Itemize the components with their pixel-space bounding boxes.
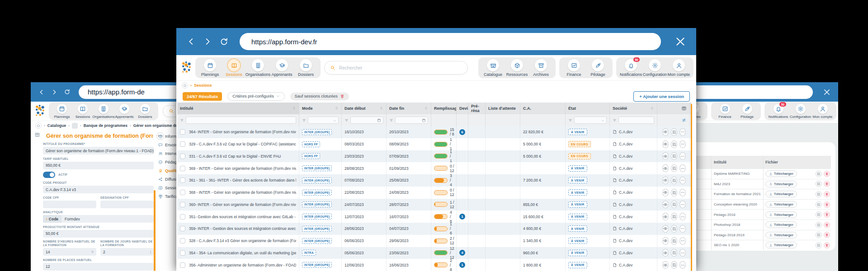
exclusion-filter-chip[interactable]: Sauf sessions cloturées (290, 93, 349, 100)
row-checkbox[interactable] (180, 178, 185, 183)
row-checkbox[interactable] (180, 154, 185, 159)
session-row[interactable]: 328 - C.A.dev F.3.14 v3 Gérer son organi… (177, 235, 692, 247)
edit-button[interactable] (816, 181, 822, 187)
row-checkbox[interactable] (180, 262, 185, 268)
nav-item-finance[interactable]: Finance (562, 59, 586, 77)
field-input[interactable]: 12 (43, 263, 154, 271)
column-header-3[interactable]: Date fin (387, 103, 431, 114)
row-menu-button[interactable] (679, 140, 686, 148)
field-input[interactable]: Gérer son organisme de formation (Form.d… (43, 147, 154, 154)
table-scrollbar[interactable] (691, 104, 692, 271)
row-checkbox[interactable] (180, 238, 185, 243)
devis-count-badge[interactable]: 6 (459, 129, 465, 135)
field-input[interactable]: 950,00 € (43, 162, 154, 169)
forward-button[interactable] (49, 87, 60, 98)
download-button[interactable]: Télécharger (765, 170, 797, 177)
row-menu-button[interactable] (679, 189, 686, 196)
row-checkbox[interactable] (180, 250, 185, 256)
field-input[interactable] (43, 201, 96, 208)
session-row[interactable]: 361 - 361 - 361- INTER - Gérer des actio… (177, 174, 692, 187)
home-icon[interactable] (35, 122, 42, 129)
session-row[interactable]: 364- INTER - Gérer son organisme de form… (177, 126, 692, 138)
sort-icon[interactable] (292, 106, 296, 110)
trash-icon[interactable] (340, 94, 344, 98)
row-checkbox[interactable] (180, 190, 185, 195)
edit-button[interactable] (816, 211, 822, 218)
forward-button[interactable] (201, 35, 214, 48)
column-header-9[interactable]: État (566, 103, 610, 114)
nav-item-organisations[interactable]: Organisations (246, 59, 270, 77)
filter-input[interactable] (618, 117, 654, 124)
column-header-4[interactable]: Remplissage (431, 103, 457, 114)
nav-item-ressources[interactable]: Ressources (505, 59, 529, 77)
nav-item-pilotage[interactable]: Pilotage (736, 104, 758, 119)
view-button[interactable] (662, 128, 669, 136)
analytique-input[interactable]: ›CodeFormdev (43, 215, 154, 223)
column-header-7[interactable]: Liste d'attente (486, 103, 520, 114)
filter-input[interactable] (186, 117, 296, 124)
back-button[interactable] (184, 35, 198, 48)
nav-item-apprenants[interactable]: Apprenants (114, 104, 135, 119)
refresh-button[interactable] (61, 87, 72, 98)
delete-button[interactable] (824, 222, 830, 228)
sort-icon[interactable] (379, 106, 383, 110)
row-checkbox[interactable] (180, 129, 185, 135)
edit-button[interactable] (816, 171, 822, 177)
session-row[interactable]: 329 - C.A.dev F.3.6 v2 Cap sur le Digita… (177, 138, 692, 150)
view-button[interactable] (662, 261, 669, 269)
nav-item-mon-compte[interactable]: Mon compte (811, 104, 834, 119)
column-header-1[interactable]: Mode (299, 103, 342, 114)
edit-button[interactable] (671, 201, 677, 208)
column-header-0[interactable]: Intitulé (177, 103, 299, 114)
delete-button[interactable] (824, 191, 830, 197)
row-menu-button[interactable] (679, 152, 686, 160)
row-checkbox[interactable] (180, 214, 185, 220)
row-menu-button[interactable] (679, 261, 686, 269)
session-row[interactable]: 356- Administrer un organisme de formati… (177, 259, 692, 271)
nav-item-plannings[interactable]: Plannings (52, 104, 72, 119)
nav-item-finance[interactable]: Finance (714, 104, 736, 119)
field-input[interactable]: 14h (43, 248, 96, 256)
nav-item-sessions[interactable]: Sessions (222, 59, 246, 77)
active-toggle[interactable]: ACTIF (43, 172, 154, 178)
field-input[interactable] (100, 201, 154, 208)
download-button[interactable]: Télécharger (765, 232, 797, 238)
edit-button[interactable] (671, 189, 677, 196)
row-menu-button[interactable] (679, 225, 686, 233)
view-button[interactable] (662, 201, 669, 208)
session-row[interactable]: 359- INTER - Gestion des sources et inté… (177, 223, 692, 235)
row-menu-button[interactable] (679, 164, 686, 172)
download-button[interactable]: Télécharger (765, 221, 797, 228)
field-input[interactable]: 2j (100, 248, 154, 256)
colpick-icon[interactable] (681, 106, 687, 111)
download-button[interactable]: Télécharger (765, 191, 797, 197)
delete-button[interactable] (824, 201, 830, 208)
view-button[interactable] (662, 164, 669, 172)
edit-button[interactable] (671, 237, 677, 245)
nav-item-configuration[interactable]: Configuration (789, 104, 811, 119)
column-header-8[interactable]: C.A. (520, 103, 566, 114)
view-button[interactable] (662, 140, 669, 148)
search-input[interactable]: Rechercher (324, 61, 468, 75)
row-checkbox[interactable] (180, 141, 185, 147)
edit-button[interactable] (816, 232, 822, 238)
nav-item-dossiers[interactable]: Dossiers (294, 59, 318, 77)
nav-item-catalogue[interactable]: Catalogue (481, 59, 505, 77)
edit-button[interactable] (671, 213, 677, 220)
nav-item-pilotage[interactable]: Pilotage (586, 59, 610, 77)
download-button[interactable]: Télécharger (765, 211, 797, 218)
collapse-panel-icon[interactable] (34, 131, 40, 140)
session-row[interactable]: 368 - INTER - Gérer son organisme de for… (177, 187, 692, 199)
devis-count-badge[interactable]: 4 (459, 250, 465, 256)
row-menu-button[interactable] (679, 237, 686, 245)
delete-button[interactable] (824, 181, 830, 187)
session-row[interactable]: 369 - INTER - Gérer son organisme de for… (177, 162, 692, 174)
column-header-2[interactable]: Date début (342, 103, 387, 114)
sort-icon[interactable] (650, 106, 654, 110)
nav-item-plannings[interactable]: Plannings (198, 59, 222, 77)
delete-button[interactable] (824, 171, 830, 177)
row-menu-button[interactable] (679, 128, 686, 136)
url-bar[interactable]: https://app.form-dev.fr (240, 33, 661, 50)
nav-item-mon-compte[interactable]: Mon compte (667, 59, 691, 77)
edit-button[interactable] (816, 242, 822, 248)
